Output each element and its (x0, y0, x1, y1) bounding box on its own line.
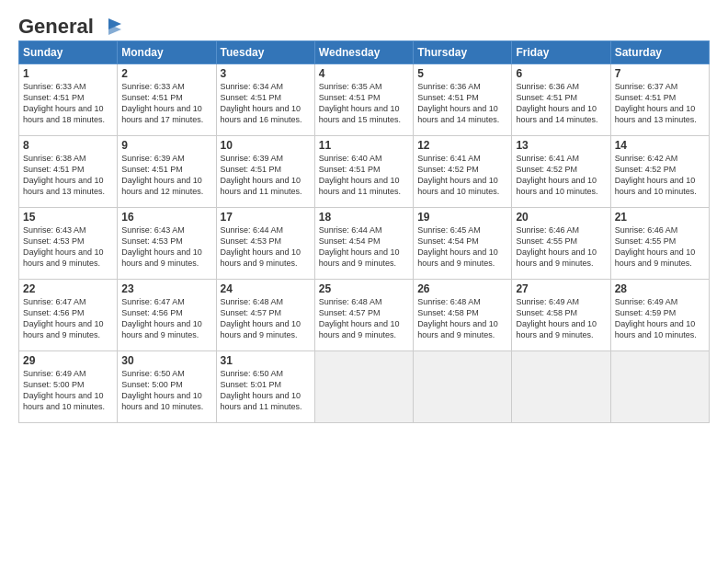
day-number: 10 (221, 139, 311, 152)
day-info: Sunrise: 6:39 AMSunset: 4:51 PMDaylight … (221, 153, 311, 198)
day-info: Sunrise: 6:33 AMSunset: 4:51 PMDaylight … (23, 81, 113, 126)
day-info: Sunrise: 6:48 AMSunset: 4:57 PMDaylight … (221, 296, 311, 341)
day-number: 22 (23, 282, 113, 295)
day-number: 18 (319, 211, 409, 224)
day-info: Sunrise: 6:43 AMSunset: 4:53 PMDaylight … (121, 224, 211, 270)
calendar-day-cell: 1Sunrise: 6:33 AMSunset: 4:51 PMDaylight… (19, 64, 118, 136)
calendar-day-cell: 13Sunrise: 6:41 AMSunset: 4:52 PMDayligh… (512, 136, 610, 208)
calendar-day-cell: 12Sunrise: 6:41 AMSunset: 4:52 PMDayligh… (414, 136, 512, 208)
day-info: Sunrise: 6:34 AMSunset: 4:51 PMDaylight … (221, 81, 311, 126)
day-info: Sunrise: 6:41 AMSunset: 4:52 PMDaylight … (516, 153, 606, 198)
day-number: 25 (319, 282, 409, 295)
calendar-day-cell: 10Sunrise: 6:39 AMSunset: 4:51 PMDayligh… (216, 136, 314, 208)
day-number: 15 (23, 211, 113, 224)
day-number: 13 (516, 139, 606, 152)
calendar-day-cell: 14Sunrise: 6:42 AMSunset: 4:52 PMDayligh… (610, 136, 709, 208)
day-info: Sunrise: 6:50 AMSunset: 5:01 PMDaylight … (221, 368, 311, 413)
logo-flag-icon (96, 17, 121, 37)
calendar-day-cell: 26Sunrise: 6:48 AMSunset: 4:58 PMDayligh… (414, 280, 512, 351)
calendar-day-cell: 27Sunrise: 6:49 AMSunset: 4:58 PMDayligh… (512, 280, 610, 351)
day-info: Sunrise: 6:38 AMSunset: 4:51 PMDaylight … (23, 153, 113, 198)
day-info: Sunrise: 6:49 AMSunset: 5:00 PMDaylight … (23, 368, 113, 413)
day-number: 4 (319, 67, 409, 80)
day-number: 9 (121, 139, 211, 152)
day-number: 6 (516, 67, 606, 80)
logo: General (18, 17, 121, 33)
col-header-wednesday: Wednesday (314, 41, 413, 64)
day-info: Sunrise: 6:39 AMSunset: 4:51 PMDaylight … (121, 153, 211, 198)
calendar-day-cell: 15Sunrise: 6:43 AMSunset: 4:53 PMDayligh… (19, 208, 118, 280)
day-number: 17 (221, 211, 311, 224)
calendar-day-cell: 20Sunrise: 6:46 AMSunset: 4:55 PMDayligh… (512, 208, 610, 280)
day-info: Sunrise: 6:33 AMSunset: 4:51 PMDaylight … (121, 81, 211, 126)
col-header-friday: Friday (512, 41, 610, 64)
calendar-table: SundayMondayTuesdayWednesdayThursdayFrid… (18, 40, 710, 423)
calendar-day-cell: 28Sunrise: 6:49 AMSunset: 4:59 PMDayligh… (610, 280, 709, 351)
calendar-day-cell: 24Sunrise: 6:48 AMSunset: 4:57 PMDayligh… (216, 280, 314, 351)
day-info: Sunrise: 6:41 AMSunset: 4:52 PMDaylight … (417, 153, 507, 198)
calendar-day-cell: 3Sunrise: 6:34 AMSunset: 4:51 PMDaylight… (216, 64, 314, 136)
day-info: Sunrise: 6:47 AMSunset: 4:56 PMDaylight … (23, 296, 113, 341)
calendar-header-row: SundayMondayTuesdayWednesdayThursdayFrid… (19, 41, 710, 64)
day-number: 20 (516, 211, 606, 224)
day-number: 2 (121, 67, 211, 80)
calendar-day-cell (610, 351, 709, 423)
calendar-week-row: 8Sunrise: 6:38 AMSunset: 4:51 PMDaylight… (19, 136, 710, 208)
day-info: Sunrise: 6:49 AMSunset: 4:59 PMDaylight … (615, 296, 705, 341)
calendar-day-cell: 4Sunrise: 6:35 AMSunset: 4:51 PMDaylight… (314, 64, 413, 136)
day-info: Sunrise: 6:36 AMSunset: 4:51 PMDaylight … (516, 81, 606, 126)
calendar-day-cell: 29Sunrise: 6:49 AMSunset: 5:00 PMDayligh… (19, 351, 118, 423)
day-info: Sunrise: 6:45 AMSunset: 4:54 PMDaylight … (417, 224, 507, 270)
day-info: Sunrise: 6:50 AMSunset: 5:00 PMDaylight … (121, 368, 211, 413)
day-info: Sunrise: 6:40 AMSunset: 4:51 PMDaylight … (319, 153, 409, 198)
day-info: Sunrise: 6:48 AMSunset: 4:58 PMDaylight … (417, 296, 507, 341)
calendar-day-cell: 9Sunrise: 6:39 AMSunset: 4:51 PMDaylight… (118, 136, 216, 208)
calendar-day-cell: 2Sunrise: 6:33 AMSunset: 4:51 PMDaylight… (118, 64, 216, 136)
calendar-day-cell: 21Sunrise: 6:46 AMSunset: 4:55 PMDayligh… (610, 208, 709, 280)
day-number: 23 (121, 282, 211, 295)
day-info: Sunrise: 6:35 AMSunset: 4:51 PMDaylight … (319, 81, 409, 126)
calendar-day-cell: 5Sunrise: 6:36 AMSunset: 4:51 PMDaylight… (414, 64, 512, 136)
day-number: 27 (516, 282, 606, 295)
day-number: 24 (221, 282, 311, 295)
calendar-day-cell: 8Sunrise: 6:38 AMSunset: 4:51 PMDaylight… (19, 136, 118, 208)
day-number: 11 (319, 139, 409, 152)
calendar-day-cell: 18Sunrise: 6:44 AMSunset: 4:54 PMDayligh… (314, 208, 413, 280)
col-header-tuesday: Tuesday (216, 41, 314, 64)
calendar-day-cell: 11Sunrise: 6:40 AMSunset: 4:51 PMDayligh… (314, 136, 413, 208)
day-number: 5 (417, 67, 507, 80)
day-number: 30 (121, 354, 211, 367)
calendar-day-cell: 19Sunrise: 6:45 AMSunset: 4:54 PMDayligh… (414, 208, 512, 280)
calendar-week-row: 22Sunrise: 6:47 AMSunset: 4:56 PMDayligh… (19, 280, 710, 351)
header: General (18, 17, 710, 33)
calendar-week-row: 15Sunrise: 6:43 AMSunset: 4:53 PMDayligh… (19, 208, 710, 280)
calendar-day-cell: 7Sunrise: 6:37 AMSunset: 4:51 PMDaylight… (610, 64, 709, 136)
calendar-day-cell (414, 351, 512, 423)
day-number: 21 (615, 211, 705, 224)
day-number: 7 (615, 67, 705, 80)
day-info: Sunrise: 6:47 AMSunset: 4:56 PMDaylight … (121, 296, 211, 341)
day-info: Sunrise: 6:49 AMSunset: 4:58 PMDaylight … (516, 296, 606, 341)
calendar-week-row: 1Sunrise: 6:33 AMSunset: 4:51 PMDaylight… (19, 64, 710, 136)
day-number: 26 (417, 282, 507, 295)
calendar-day-cell (512, 351, 610, 423)
calendar-day-cell: 22Sunrise: 6:47 AMSunset: 4:56 PMDayligh… (19, 280, 118, 351)
day-info: Sunrise: 6:36 AMSunset: 4:51 PMDaylight … (417, 81, 507, 126)
day-info: Sunrise: 6:46 AMSunset: 4:55 PMDaylight … (516, 224, 606, 270)
day-info: Sunrise: 6:43 AMSunset: 4:53 PMDaylight … (23, 224, 113, 270)
day-number: 16 (121, 211, 211, 224)
page: General SundayMondayTuesdayWednesdayThur… (0, 0, 728, 432)
day-info: Sunrise: 6:48 AMSunset: 4:57 PMDaylight … (319, 296, 409, 341)
col-header-monday: Monday (118, 41, 216, 64)
calendar-day-cell: 23Sunrise: 6:47 AMSunset: 4:56 PMDayligh… (118, 280, 216, 351)
day-info: Sunrise: 6:44 AMSunset: 4:54 PMDaylight … (319, 224, 409, 270)
day-number: 3 (221, 67, 311, 80)
day-number: 28 (615, 282, 705, 295)
day-number: 29 (23, 354, 113, 367)
day-number: 8 (23, 139, 113, 152)
calendar-day-cell: 16Sunrise: 6:43 AMSunset: 4:53 PMDayligh… (118, 208, 216, 280)
day-number: 1 (23, 67, 113, 80)
day-number: 19 (417, 211, 507, 224)
day-info: Sunrise: 6:37 AMSunset: 4:51 PMDaylight … (615, 81, 705, 126)
calendar-day-cell: 25Sunrise: 6:48 AMSunset: 4:57 PMDayligh… (314, 280, 413, 351)
